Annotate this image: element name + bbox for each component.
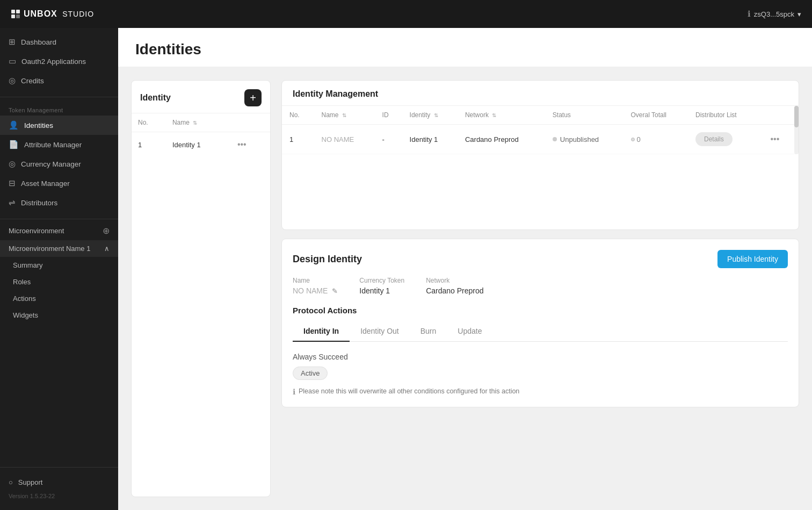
currency-token-field-group: Currency Token Identity 1 bbox=[359, 277, 404, 295]
tab-content: Always Succeed Active ℹ Please note this… bbox=[293, 342, 788, 396]
tab-identity-in[interactable]: Identity In bbox=[293, 321, 350, 342]
svg-rect-1 bbox=[16, 10, 20, 13]
status-text: Unpublished bbox=[560, 135, 599, 143]
identity-row-actions-cell: ••• bbox=[228, 132, 270, 157]
mgmt-col-id: ID bbox=[375, 106, 402, 125]
active-pill: Active bbox=[293, 367, 328, 380]
page-title: Identities bbox=[135, 41, 795, 58]
protocol-tabs: Identity In Identity Out Burn Update bbox=[293, 321, 788, 342]
sidebar-item-currency-manager[interactable]: ◎ Currency Manager bbox=[0, 154, 118, 174]
sidebar-item-attribute-manager[interactable]: 📄 Attribute Manager bbox=[0, 135, 118, 154]
user-menu[interactable]: ℹ zsQ3...5spck ▾ bbox=[748, 9, 801, 19]
user-id: zsQ3...5spck bbox=[754, 10, 794, 18]
sidebar-item-credits[interactable]: ◎ Credits bbox=[0, 71, 118, 90]
microenv-widgets[interactable]: Widgets bbox=[0, 307, 118, 324]
microenv-actions[interactable]: Actions bbox=[0, 290, 118, 307]
name-label: Name bbox=[293, 277, 338, 284]
microenv-summary[interactable]: Summary bbox=[0, 257, 118, 274]
microenv-name[interactable]: Microenvironment Name 1 ∧ bbox=[0, 240, 118, 257]
mgmt-row-total: 0 bbox=[624, 125, 688, 154]
sidebar-item-support[interactable]: ○ Support bbox=[0, 474, 118, 491]
sidebar-item-label: Currency Manager bbox=[21, 160, 81, 168]
token-management-label: Token Management bbox=[0, 104, 118, 116]
microenv-roles[interactable]: Roles bbox=[0, 274, 118, 290]
microenvironment-label: Microenvironment bbox=[9, 227, 64, 235]
mgmt-col-status: Status bbox=[545, 106, 624, 125]
name-value-row: NO NAME ✎ bbox=[293, 286, 338, 295]
identity-table: No. Name ⇅ 1 Identity 1 bbox=[132, 113, 270, 157]
sidebar: ⊞ Dashboard ▭ Oauth2 Applications ◎ Cred… bbox=[0, 28, 118, 510]
tab-burn[interactable]: Burn bbox=[410, 321, 447, 342]
name-field-group: Name NO NAME ✎ bbox=[293, 277, 338, 295]
always-succeed-label: Always Succeed bbox=[293, 353, 788, 361]
chevron-down-icon: ▾ bbox=[798, 10, 801, 18]
design-identity-title: Design Identity bbox=[293, 254, 362, 265]
protocol-actions-label: Protocol Actions bbox=[293, 306, 788, 315]
identity-panel-header: Identity + bbox=[132, 81, 270, 113]
mgmt-table-title: Identity Management bbox=[293, 89, 378, 98]
design-identity-header: Design Identity Publish Identity bbox=[293, 250, 788, 268]
mgmt-row-menu-button[interactable]: ••• bbox=[767, 133, 782, 145]
sidebar-item-label: Oauth2 Applications bbox=[21, 58, 86, 66]
support-label: Support bbox=[18, 478, 43, 486]
sidebar-item-identities[interactable]: 👤 Identities bbox=[0, 116, 118, 135]
design-identity-section: Design Identity Publish Identity Name NO… bbox=[281, 239, 799, 407]
mgmt-row-network: Cardano Preprod bbox=[458, 125, 545, 154]
sidebar-nav-section: ⊞ Dashboard ▭ Oauth2 Applications ◎ Cred… bbox=[0, 28, 118, 95]
sidebar-item-oauth2[interactable]: ▭ Oauth2 Applications bbox=[0, 52, 118, 71]
microenvironment-header[interactable]: Microenvironment ⊕ bbox=[0, 221, 118, 240]
add-identity-button[interactable]: + bbox=[244, 89, 262, 106]
currency-token-label: Currency Token bbox=[359, 277, 404, 284]
mgmt-col-identity: Identity ⇅ bbox=[402, 106, 458, 125]
oauth2-icon: ▭ bbox=[9, 56, 16, 66]
mgmt-identity-sort-icon[interactable]: ⇅ bbox=[434, 112, 438, 118]
mgmt-row-distributor: Details bbox=[688, 125, 759, 154]
sidebar-item-label: Asset Manager bbox=[21, 179, 70, 188]
identity-row-menu-button[interactable]: ••• bbox=[234, 139, 250, 150]
sidebar-item-label: Distributors bbox=[21, 199, 57, 207]
mgmt-col-name: Name ⇅ bbox=[314, 106, 375, 125]
app-name: UNBOX STUDIO bbox=[24, 9, 94, 19]
identity-panel-title: Identity bbox=[140, 93, 171, 103]
svg-rect-2 bbox=[11, 15, 15, 18]
network-label: Network bbox=[426, 277, 483, 284]
identity-col-no: No. bbox=[132, 113, 166, 132]
identity-row-no: 1 bbox=[132, 132, 166, 157]
identity-management-section: Identity Management No. Name ⇅ bbox=[281, 80, 799, 230]
microenvironment-add-icon[interactable]: ⊕ bbox=[103, 226, 110, 236]
mgmt-network-sort-icon[interactable]: ⇅ bbox=[492, 112, 496, 118]
name-sort-icon[interactable]: ⇅ bbox=[193, 120, 197, 126]
sidebar-item-asset-manager[interactable]: ⊟ Asset Manager bbox=[0, 174, 118, 193]
sidebar-item-dashboard[interactable]: ⊞ Dashboard bbox=[0, 32, 118, 52]
svg-rect-0 bbox=[11, 10, 15, 13]
mgmt-name-sort-icon[interactable]: ⇅ bbox=[342, 112, 346, 118]
publish-identity-button[interactable]: Publish Identity bbox=[717, 250, 788, 268]
mgmt-row-actions-cell: ••• bbox=[759, 125, 799, 154]
sidebar-item-distributors[interactable]: ⇌ Distributors bbox=[0, 193, 118, 212]
sidebar-item-label: Identities bbox=[24, 121, 53, 130]
tab-update[interactable]: Update bbox=[447, 321, 492, 342]
distributors-icon: ⇌ bbox=[9, 198, 16, 207]
info-icon: ℹ bbox=[293, 387, 295, 396]
network-value: Cardano Preprod bbox=[426, 286, 483, 295]
tab-identity-out[interactable]: Identity Out bbox=[350, 321, 410, 342]
page-header: Identities bbox=[118, 28, 812, 67]
table-row: 1 Identity 1 ••• bbox=[132, 132, 270, 157]
mgmt-col-row-actions bbox=[759, 106, 799, 125]
identity-col-name: Name ⇅ bbox=[166, 113, 228, 132]
sidebar-item-label: Credits bbox=[21, 77, 44, 85]
edit-name-icon[interactable]: ✎ bbox=[332, 287, 338, 295]
identity-mgmt-panel: Identity Management No. Name ⇅ bbox=[281, 80, 799, 497]
table-row: 1 NO NAME - Identity 1 Cardano Preprod bbox=[282, 125, 799, 154]
main-content: Identities Identity + No. Name ⇅ bbox=[118, 28, 812, 510]
mgmt-row-no: 1 bbox=[282, 125, 314, 154]
credits-icon: ◎ bbox=[9, 76, 16, 85]
details-button[interactable]: Details bbox=[695, 132, 733, 146]
mgmt-col-overall-total: Overal Totall bbox=[624, 106, 688, 125]
total-dot bbox=[631, 138, 635, 141]
attribute-manager-icon: 📄 bbox=[9, 140, 19, 149]
user-icon: ℹ bbox=[748, 9, 751, 19]
scrollbar-track[interactable] bbox=[794, 106, 799, 154]
mgmt-col-network: Network ⇅ bbox=[458, 106, 545, 125]
microenv-name-label: Microenvironment Name 1 bbox=[9, 245, 90, 253]
